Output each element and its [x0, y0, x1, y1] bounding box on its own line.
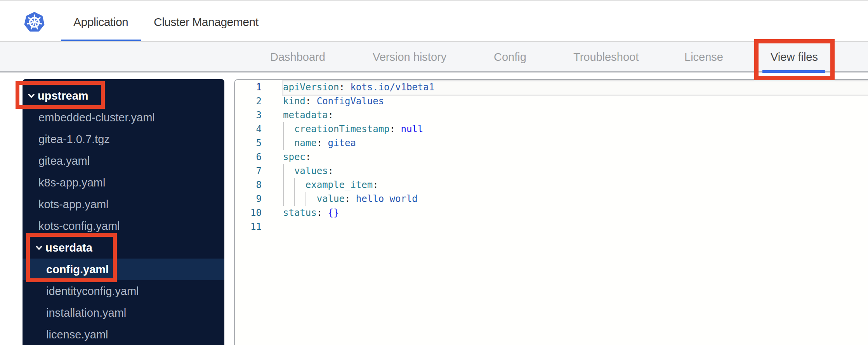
- code-line-3: metadata:: [283, 108, 333, 122]
- tree-file-kots-app.yaml[interactable]: kots-app.yaml: [23, 193, 224, 215]
- subnav-bottom-border: [0, 71, 868, 72]
- token-value: ConfigValues: [317, 96, 384, 107]
- code-line-2: kind: ConfigValues: [283, 94, 384, 108]
- tree-file-identityconfig.yaml[interactable]: identityconfig.yaml: [23, 280, 224, 302]
- app-header: ApplicationCluster Management: [0, 1, 868, 41]
- token-ws: [283, 193, 317, 204]
- token-key: values: [294, 166, 328, 176]
- tree-item-label: license.yaml: [46, 328, 108, 341]
- tree-item-label: identityconfig.yaml: [46, 285, 139, 298]
- kubernetes-logo: [24, 12, 45, 33]
- code-line-10: status: {}: [283, 206, 339, 220]
- line-number: 10: [235, 206, 262, 220]
- tree-item-label: kots-config.yaml: [38, 220, 120, 233]
- code-line-1: apiVersion: kots.io/v1beta1: [283, 80, 434, 94]
- tree-item-label: kots-app.yaml: [38, 198, 109, 211]
- code-line-6: spec:: [283, 150, 311, 164]
- tree-file-installation.yaml[interactable]: installation.yaml: [23, 302, 224, 324]
- token-key: kind: [283, 96, 306, 107]
- tree-item-label: gitea-1.0.7.tgz: [38, 133, 110, 146]
- token-punct: :: [317, 207, 328, 218]
- tree-folder-upstream[interactable]: upstream: [23, 85, 224, 107]
- token-ws: [283, 124, 294, 135]
- token-key: spec: [283, 152, 306, 162]
- token-key: example_item: [306, 179, 373, 190]
- token-key: apiVersion: [283, 82, 339, 93]
- header-tab-application[interactable]: Application: [73, 16, 128, 29]
- token-key: name: [294, 138, 317, 148]
- tree-item-label: upstream: [38, 90, 89, 102]
- tree-file-gitea-1.0.7.tgz[interactable]: gitea-1.0.7.tgz: [23, 128, 224, 150]
- token-key: metadata: [283, 110, 328, 121]
- line-number: 11: [235, 220, 262, 234]
- tree-item-label: installation.yaml: [46, 307, 126, 319]
- line-number: 2: [235, 94, 262, 108]
- subnav-tab-config[interactable]: Config: [494, 51, 526, 64]
- token-punct: :: [373, 179, 378, 190]
- code-line-5: name: gitea: [283, 136, 356, 150]
- tree-item-label: embedded-cluster.yaml: [38, 111, 155, 124]
- chevron-down-icon: [36, 245, 42, 250]
- header-tab-cluster-management[interactable]: Cluster Management: [154, 16, 258, 29]
- app-subnav: DashboardVersion historyConfigTroublesho…: [0, 42, 868, 71]
- line-number: 4: [235, 122, 262, 136]
- token-value: kots.io/v1beta1: [350, 82, 434, 93]
- line-number: 5: [235, 136, 262, 150]
- line-number: 9: [235, 192, 262, 206]
- tree-item-label: gitea.yaml: [38, 155, 90, 167]
- token-punct: :: [345, 193, 356, 204]
- tree-file-embedded-cluster.yaml[interactable]: embedded-cluster.yaml: [23, 107, 224, 128]
- token-key: value: [317, 193, 345, 204]
- subnav-tab-license[interactable]: License: [684, 51, 723, 64]
- token-punct: :: [328, 110, 333, 121]
- tree-item-label: userdata: [45, 242, 92, 254]
- code-line-9: value: hello world: [283, 192, 418, 206]
- token-kw: null: [401, 124, 423, 135]
- subnav-tab-view-files[interactable]: View files: [771, 51, 818, 64]
- token-brace: {}: [328, 207, 339, 218]
- token-ws: [283, 138, 294, 148]
- tree-file-k8s-app.yaml[interactable]: k8s-app.yaml: [23, 172, 224, 193]
- token-punct: :: [390, 124, 401, 135]
- token-punct: :: [306, 96, 317, 107]
- file-tree-sidebar: upstreamembedded-cluster.yamlgitea-1.0.7…: [23, 79, 224, 345]
- tree-file-gitea.yaml[interactable]: gitea.yaml: [23, 150, 224, 172]
- tree-item-label: k8s-app.yaml: [38, 176, 105, 189]
- tree-folder-userdata[interactable]: userdata: [23, 237, 224, 259]
- tree-item-label: config.yaml: [46, 263, 109, 276]
- token-punct: :: [328, 166, 333, 176]
- subnav-tab-dashboard[interactable]: Dashboard: [270, 51, 325, 64]
- code-line-7: values:: [283, 164, 333, 178]
- line-number: 6: [235, 150, 262, 164]
- subnav-tab-troubleshoot[interactable]: Troubleshoot: [573, 51, 639, 64]
- tree-file-config.yaml[interactable]: config.yaml: [23, 259, 224, 280]
- tree-file-license.yaml[interactable]: license.yaml: [23, 324, 224, 345]
- file-editor[interactable]: 1234567891011 apiVersion: kots.io/v1beta…: [234, 79, 868, 345]
- code-line-8: example_item:: [283, 178, 378, 192]
- token-ws: [283, 179, 306, 190]
- code-line-4: creationTimestamp: null: [283, 122, 423, 136]
- token-ws: [283, 166, 294, 176]
- kots-admin-console: ApplicationCluster Management DashboardV…: [0, 0, 868, 345]
- token-punct: :: [339, 82, 351, 93]
- token-value: hello world: [356, 193, 418, 204]
- line-number: 3: [235, 108, 262, 122]
- token-key: creationTimestamp: [294, 124, 390, 135]
- token-punct: :: [317, 138, 328, 148]
- line-number: 8: [235, 178, 262, 192]
- active-subnav-tab-underline: [762, 70, 825, 73]
- token-key: status: [283, 207, 317, 218]
- subnav-tab-version-history[interactable]: Version history: [373, 51, 446, 64]
- line-number: 7: [235, 164, 262, 178]
- tree-file-kots-config.yaml[interactable]: kots-config.yaml: [23, 215, 224, 237]
- token-punct: :: [306, 152, 311, 162]
- line-number: 1: [235, 80, 262, 94]
- chevron-down-icon: [28, 93, 35, 98]
- token-value: gitea: [328, 138, 356, 148]
